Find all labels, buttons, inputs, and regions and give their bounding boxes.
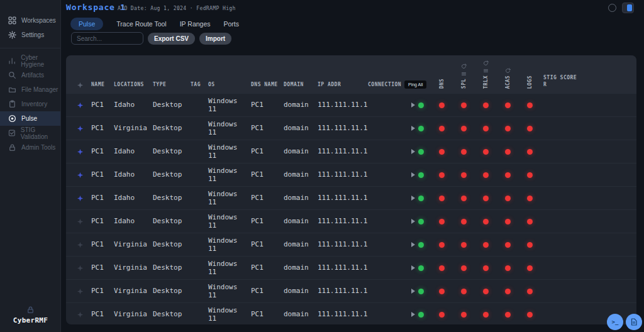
export-csv-button[interactable]: Export CSV — [148, 33, 195, 45]
cell-trlx-status — [475, 102, 497, 108]
status-circle-icon[interactable] — [608, 4, 616, 12]
cell-name: PC1 — [89, 194, 111, 202]
sidebar-item-inventory[interactable]: Inventory — [0, 97, 60, 111]
table-row[interactable]: PC1VirginiaDesktopWindows 11PC1domain111… — [66, 302, 636, 324]
column-label: TYPE — [150, 82, 166, 89]
row-select-cell[interactable] — [71, 172, 89, 179]
ping-icon[interactable] — [411, 149, 415, 154]
sparkle-icon — [77, 125, 84, 132]
sidebar-item-admin-tools[interactable]: Admin Tools — [0, 140, 60, 155]
cell-spl-status — [453, 289, 475, 294]
cell-spl-status — [453, 242, 475, 248]
cell-logs-status — [519, 289, 541, 294]
spl-status-dot — [461, 102, 467, 108]
row-select-cell[interactable] — [71, 125, 89, 132]
column-label-vertical: TRLX — [483, 75, 489, 89]
table-row[interactable]: PC1VirginiaDesktopWindows 11PC1domain111… — [66, 256, 636, 279]
terminal-button[interactable]: >_ — [607, 314, 623, 330]
refresh-icon[interactable] — [505, 68, 511, 74]
cell-dns_name: PC1 — [248, 147, 281, 155]
menu-icon[interactable] — [461, 71, 467, 77]
cell-ip_addr: 111.111.11.1 — [315, 287, 365, 295]
row-select-cell[interactable] — [71, 195, 89, 202]
sidebar-item-settings[interactable]: Settings — [0, 28, 60, 42]
cell-dns_name: PC1 — [248, 124, 281, 132]
cell-type: Desktop — [150, 310, 188, 318]
table-row[interactable]: PC1IdahoDesktopWindows 11PC1domain111.11… — [66, 209, 636, 233]
spl-status-dot — [461, 126, 467, 131]
row-select-cell[interactable] — [71, 288, 89, 295]
tab-ports[interactable]: Ports — [224, 20, 240, 28]
logs-status-dot — [527, 265, 533, 271]
tab-trace-route-tool[interactable]: Trace Route Tool — [116, 20, 166, 28]
row-select-cell[interactable] — [71, 241, 89, 248]
table-row[interactable]: PC1IdahoDesktopWindows 11PC1domain111.11… — [66, 186, 636, 209]
ping-icon[interactable] — [411, 102, 415, 108]
document-button[interactable] — [626, 314, 642, 330]
sidebar-item-artifacts[interactable]: Artifacts — [0, 68, 60, 82]
sidebar-item-pulse[interactable]: Pulse — [0, 111, 60, 126]
row-select-cell[interactable] — [71, 311, 89, 318]
connection-status-dot — [418, 219, 424, 224]
ping-icon[interactable] — [411, 265, 415, 270]
tab-ip-ranges[interactable]: IP Ranges — [180, 20, 211, 28]
row-select-cell[interactable] — [71, 148, 89, 155]
table-row[interactable]: PC1IdahoDesktopWindows 11PC1domain111.11… — [66, 93, 636, 116]
refresh-icon[interactable] — [483, 60, 489, 66]
row-select-cell[interactable] — [71, 102, 89, 109]
cell-acas-status — [497, 312, 519, 318]
table-row[interactable]: PC1VirginiaDesktopWindows 11PC1domain111… — [66, 233, 636, 256]
cell-type: Desktop — [150, 240, 188, 248]
ping-icon[interactable] — [411, 242, 415, 247]
ping-icon[interactable] — [411, 289, 415, 294]
sidebar-item-workspaces[interactable]: Workspaces — [0, 13, 60, 28]
cell-ping — [404, 219, 431, 224]
cell-name: PC1 — [89, 147, 111, 155]
table-row[interactable]: PC1VirginiaDesktopWindows 11PC1domain111… — [66, 116, 636, 140]
ping-icon[interactable] — [411, 219, 415, 224]
logs-status-dot — [527, 149, 533, 155]
ping-all-button[interactable]: Ping All — [404, 80, 426, 89]
column-label-vertical: DNS — [439, 79, 445, 89]
sidebar-top-group: WorkspacesSettings — [0, 0, 60, 42]
menu-icon[interactable] — [483, 68, 489, 74]
dns-status-dot — [439, 312, 445, 318]
table-row[interactable]: PC1VirginiaDesktopWindows 11PC1domain111… — [66, 279, 636, 302]
panel-toggle-icon[interactable] — [622, 3, 634, 13]
sidebar-item-cyber-hygiene[interactable]: Cyber Hygiene — [0, 53, 60, 68]
search-input[interactable] — [71, 32, 143, 45]
cell-ping — [404, 102, 431, 108]
table-row[interactable]: PC1IdahoDesktopWindows 11PC1domain111.11… — [66, 140, 636, 163]
sidebar-item-file-manager[interactable]: File Manager — [0, 82, 60, 97]
cell-domain: domain — [281, 263, 315, 272]
tab-pulse[interactable]: Pulse — [70, 18, 103, 30]
dns-status-dot — [439, 126, 445, 131]
cell-acas-status — [497, 196, 519, 201]
row-select-cell[interactable] — [71, 265, 89, 272]
connection-status-dot — [418, 126, 424, 131]
row-select-cell[interactable] — [71, 218, 89, 225]
ping-icon[interactable] — [411, 172, 415, 177]
ping-icon[interactable] — [411, 126, 415, 131]
cell-type: Desktop — [150, 170, 188, 179]
sparkle-icon — [77, 241, 84, 248]
cell-acas-status — [497, 289, 519, 294]
cell-os: Windows 11 — [206, 260, 248, 276]
ping-icon[interactable] — [411, 312, 415, 317]
cell-ping — [404, 312, 431, 318]
lock-icon — [8, 143, 16, 152]
clipboard-icon — [8, 100, 16, 108]
cell-dns_name: PC1 — [248, 170, 281, 179]
import-button[interactable]: Import — [199, 33, 231, 45]
cell-dns_name: PC1 — [248, 287, 281, 295]
sparkle-icon — [77, 172, 84, 179]
ping-icon[interactable] — [411, 196, 415, 201]
cell-spl-status — [453, 312, 475, 318]
cell-type: Desktop — [150, 101, 188, 109]
refresh-icon[interactable] — [461, 64, 467, 69]
acas-status-dot — [505, 196, 511, 201]
table-row[interactable]: PC1IdahoDesktopWindows 11PC1domain111.11… — [66, 163, 636, 186]
sidebar: WorkspacesSettings Cyber HygieneArtifact… — [0, 0, 61, 332]
trlx-status-dot — [483, 265, 489, 271]
sidebar-item-stig-validation[interactable]: STIG Validation — [0, 126, 60, 140]
